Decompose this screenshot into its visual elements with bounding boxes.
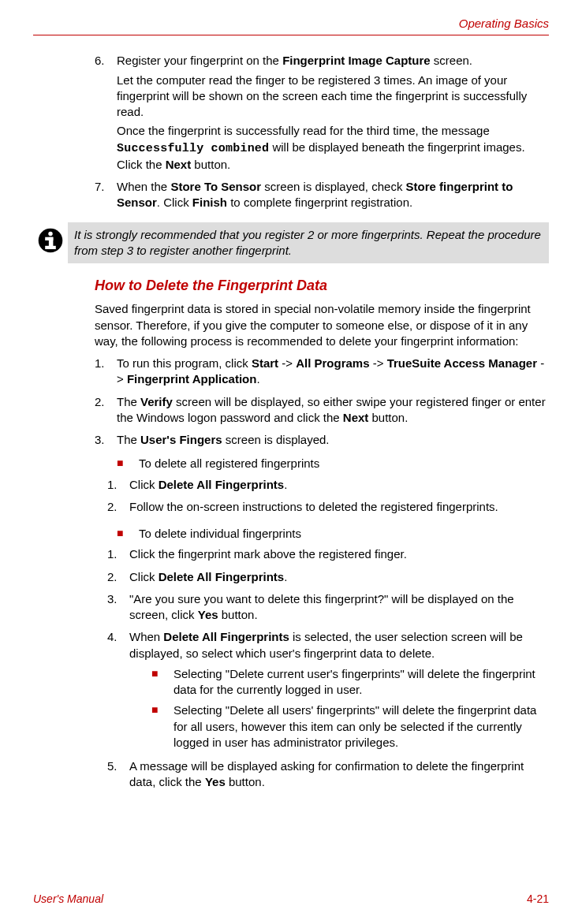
bullet-delete-all: ■ To delete all registered fingerprints [95,456,549,471]
text: Selecting "Delete current user's fingerp… [173,666,549,699]
text: Selecting "Delete all users' fingerprint… [173,702,549,751]
header-rule [33,35,549,35]
text: When [129,630,163,643]
text: button. [191,158,230,171]
step-7: 7. When the Store To Sensor screen is di… [95,179,549,214]
text: -> [278,356,296,370]
text: button. [226,775,265,788]
footer-page-number: 4-21 [527,892,549,907]
text: Once the fingerprint is successfully rea… [117,124,490,137]
text-mono: Successfully combined [117,142,269,155]
text: A message will be displayed asking for c… [129,758,549,791]
text-bold: Finish [192,196,227,209]
delete-step-3: 3. The User's Fingers screen is displaye… [95,432,549,451]
bullet-b-step-4: 4. When Delete All Fingerprints is selec… [107,629,549,755]
text-bold: TrueSuite Access Manager [387,356,537,370]
text: button. [368,411,408,424]
text-bold: Start [252,356,278,370]
list-number: 5. [107,758,129,794]
text: -> [370,356,387,370]
list-number: 3. [95,432,117,451]
bullet-a-step-1: 1. Click Delete All Fingerprints. [107,477,549,496]
note-callout: It is strongly recommended that you regi… [33,222,549,264]
text: The [117,433,140,446]
text-bold: Yes [205,775,226,788]
page-footer: User's Manual 4-21 [33,892,549,907]
list-number: 1. [107,546,129,565]
svg-point-1 [48,231,52,235]
text-bold: Verify [140,395,173,408]
delete-step-1-text: To run this program, click Start -> All … [117,356,549,388]
text: To run this program, click [117,356,252,370]
bullet-icon: ■ [117,526,139,542]
bullet-b-step-3: 3. "Are you sure you want to delete this… [107,591,549,627]
delete-step-2-text: The Verify screen will be displayed, so … [117,394,549,427]
text-bold: Delete All Fingerprints [159,478,284,491]
text: "Are you sure you want to delete this fi… [129,591,549,624]
step-6-para2: Let the computer read the finger to be r… [117,73,549,121]
intro-paragraph: Saved fingerprint data is stored in spec… [95,301,549,349]
text: Click Delete All Fingerprints. [129,477,549,493]
step-7-number: 7. [95,179,117,214]
note-text: It is strongly recommended that you regi… [68,222,549,264]
text: to complete fingerprint registration. [227,196,412,209]
text: . Click [157,196,192,209]
bullet-b-step-1: 1. Click the fingerprint mark above the … [107,546,549,565]
text-bold: User's Fingers [140,433,222,446]
bullet-icon: ■ [151,702,173,751]
list-number: 1. [95,356,117,391]
text: screen will be displayed, so either swip… [117,395,546,424]
bullet-icon: ■ [151,666,173,699]
step-6-para3: Once the fingerprint is successfully rea… [117,123,549,173]
bullet-a-step-2: 2. Follow the on-screen instructions to … [107,499,549,518]
text-bold: Yes [198,608,218,621]
bullet-delete-individual: ■ To delete individual fingerprints [95,526,549,542]
footer-left: User's Manual [33,892,103,907]
list-number: 2. [107,499,129,518]
step-6-line1: Register your fingerprint on the Fingerp… [117,53,549,69]
delete-step-1: 1. To run this program, click Start -> A… [95,356,549,391]
text: screen. [431,54,472,67]
text-bold: Delete All Fingerprints [159,570,284,583]
text: Click [129,478,159,491]
bullet-delete-all-label: To delete all registered fingerprints [139,456,549,471]
text: . [256,372,259,386]
text-bold: All Programs [296,356,369,370]
step-6-number: 6. [95,53,117,176]
text: screen is displayed. [222,433,330,446]
text-bold: Fingerprint Application [127,372,256,386]
header-section-title: Operating Basics [33,16,549,35]
info-icon [33,222,68,254]
sub-bullet-current-user: ■ Selecting "Delete current user's finge… [151,666,549,699]
text-bold: Next [343,411,369,424]
step-6: 6. Register your fingerprint on the Fing… [95,53,549,176]
bullet-b-step-2: 2. Click Delete All Fingerprints. [107,569,549,588]
text: When Delete All Fingerprints is selected… [129,629,549,661]
bullet-icon: ■ [117,456,139,471]
text: button. [218,608,258,621]
text-bold: Store To Sensor [170,180,261,193]
text: Register your fingerprint on the [117,54,282,67]
bullet-delete-individual-label: To delete individual fingerprints [139,526,549,542]
sub-bullet-all-users: ■ Selecting "Delete all users' fingerpri… [151,702,549,751]
step-7-text: When the Store To Sensor screen is displ… [117,179,549,211]
text: . [284,478,287,491]
text: Click the fingerprint mark above the reg… [129,546,549,562]
text: . [284,570,287,583]
list-number: 2. [95,394,117,430]
section-heading: How to Delete the Fingerprint Data [95,276,549,295]
text: The [117,395,140,408]
text: A message will be displayed asking for c… [129,759,524,788]
list-number: 2. [107,569,129,588]
list-number: 4. [107,629,129,755]
delete-step-2: 2. The Verify screen will be displayed, … [95,394,549,430]
text: "Are you sure you want to delete this fi… [129,592,514,621]
text: screen is displayed, check [261,180,405,193]
list-number: 1. [107,477,129,496]
text: When the [117,180,170,193]
text-bold: Fingerprint Image Capture [282,54,431,67]
svg-rect-4 [45,245,56,248]
list-number: 3. [107,591,129,627]
text: Click [129,570,159,583]
text: Follow the on-screen instructions to del… [129,499,549,515]
